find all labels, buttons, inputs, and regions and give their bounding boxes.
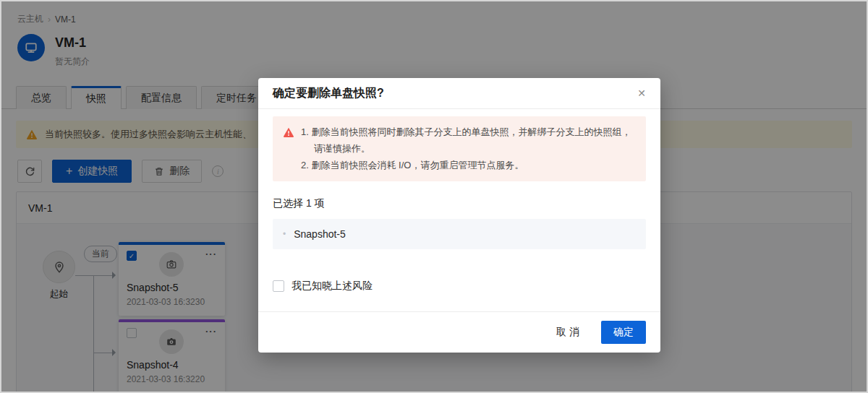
list-item: • Snapshot-5 <box>283 228 636 240</box>
close-icon[interactable]: ✕ <box>634 85 649 101</box>
app-window: 云主机 › VM-1 VM-1 暂无简介 总览 快照 配置信息 定时任务 当前快… <box>0 0 868 393</box>
selected-items-panel: • Snapshot-5 <box>273 219 646 249</box>
bullet-icon: • <box>283 230 286 238</box>
risk-acknowledge-row: 我已知晓上述风险 <box>273 280 646 293</box>
delete-snapshot-dialog: 确定要删除单盘快照? ✕ 1. 删除当前快照将同时删除其子分支上的单盘快照，并解… <box>258 78 660 353</box>
alert-triangle-icon <box>283 126 294 138</box>
dialog-title: 确定要删除单盘快照? <box>273 86 646 101</box>
risk-checkbox-label[interactable]: 我已知晓上述风险 <box>292 280 373 293</box>
confirm-button[interactable]: 确定 <box>601 321 646 344</box>
cancel-button[interactable]: 取 消 <box>550 321 585 343</box>
alert-line-2: 2. 删除当前快照会消耗 I/O，请勿重启管理节点服务。 <box>301 157 636 174</box>
selected-item-name: Snapshot-5 <box>294 228 346 240</box>
danger-alert: 1. 删除当前快照将同时删除其子分支上的单盘快照，并解绑子分支上的快照组，请谨慎… <box>273 116 646 181</box>
selected-count-label: 已选择 1 项 <box>273 197 646 210</box>
alert-line-1: 1. 删除当前快照将同时删除其子分支上的单盘快照，并解绑子分支上的快照组，请谨慎… <box>301 124 636 157</box>
risk-checkbox[interactable] <box>273 280 284 292</box>
